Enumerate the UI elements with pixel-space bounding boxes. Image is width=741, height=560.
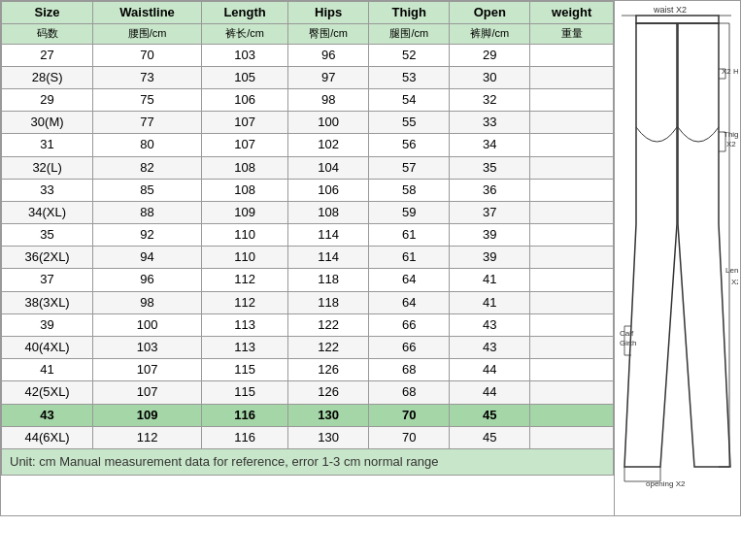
svg-text:X2: X2 [726,140,736,148]
table-cell: 70 [369,404,450,426]
table-cell: 98 [288,88,369,111]
svg-text:Length: Length [725,266,738,275]
table-cell [530,381,614,404]
table-cell: 27 [2,44,93,66]
table-cell: 64 [369,269,450,291]
table-cell: 36 [450,179,530,201]
table-cell: 68 [369,359,450,381]
table-cell [530,247,614,269]
svg-text:X2: X2 [731,278,738,286]
table-cell: 80 [93,134,202,156]
table-cell: 107 [201,112,287,134]
table-cell: 30(M) [2,112,93,134]
col-header-waist: Waistline [93,2,202,24]
table-cell: 77 [93,112,202,134]
table-cell: 61 [369,247,450,269]
col-subheader-size: 码数 [2,24,93,44]
table-cell: 45 [450,404,530,426]
diagram-section: waist X2 X2 Hip Thigh X2 Length [615,0,741,516]
table-cell: 75 [93,88,202,111]
table-cell: 33 [450,112,530,134]
pants-diagram: waist X2 X2 Hip Thigh X2 Length [617,1,738,515]
table-cell: 35 [2,224,93,247]
table-cell: 33 [2,179,93,201]
col-subheader-length: 裤长/cm [201,24,287,44]
table-cell [530,313,614,336]
table-cell: 68 [369,381,450,404]
table-cell: 108 [288,201,369,223]
table-cell: 103 [201,44,287,66]
table-cell: 66 [369,313,450,336]
col-subheader-thigh: 腿围/cm [369,24,450,44]
table-cell: 108 [201,179,287,201]
table-cell: 114 [288,247,369,269]
col-header-size: Size [2,2,93,24]
table-cell: 100 [288,112,369,134]
table-cell: 36(2XL) [2,247,93,269]
table-cell: 39 [450,224,530,247]
table-cell [530,66,614,88]
table-cell: 61 [369,224,450,247]
table-cell [530,224,614,247]
table-cell: 106 [288,179,369,201]
svg-text:waist X2: waist X2 [653,5,687,15]
table-cell: 118 [288,291,369,313]
table-cell [530,337,614,359]
table-cell: 94 [93,247,202,269]
col-header-weight: weight [530,2,614,24]
table-cell: 73 [93,66,202,88]
table-cell: 112 [201,291,287,313]
table-cell: 96 [288,44,369,66]
table-cell: 92 [93,224,202,247]
table-cell [530,359,614,381]
table-cell [530,291,614,313]
table-cell: 44 [450,381,530,404]
table-cell: 52 [369,44,450,66]
table-cell: 116 [201,404,287,426]
table-cell: 102 [288,134,369,156]
table-cell: 41 [450,291,530,313]
table-cell: 107 [201,134,287,156]
table-cell: 110 [201,224,287,247]
table-cell: 113 [201,313,287,336]
table-cell [530,88,614,111]
table-cell: 44 [450,359,530,381]
table-cell: 118 [288,269,369,291]
table-cell: 82 [93,156,202,179]
table-cell: 29 [2,88,93,111]
table-cell [530,156,614,179]
table-cell: 88 [93,201,202,223]
table-cell: 114 [288,224,369,247]
table-cell: 122 [288,337,369,359]
table-cell: 103 [93,337,202,359]
table-cell: 32 [450,88,530,111]
col-header-open: Open [450,2,530,24]
table-cell: 58 [369,179,450,201]
table-cell [530,269,614,291]
table-cell: 85 [93,179,202,201]
table-cell: 115 [201,381,287,404]
col-header-thigh: Thigh [369,2,450,24]
table-cell [530,179,614,201]
col-header-length: Length [201,2,287,24]
table-cell: 34(XL) [2,201,93,223]
table-cell: 96 [93,269,202,291]
table-cell: 110 [201,247,287,269]
svg-text:opening X2: opening X2 [646,479,686,488]
table-cell [530,112,614,134]
table-cell: 43 [450,313,530,336]
table-cell: 37 [2,269,93,291]
table-cell: 56 [369,134,450,156]
table-cell: 30 [450,66,530,88]
table-cell: 130 [288,404,369,426]
table-cell: 39 [2,313,93,336]
table-cell: 57 [369,156,450,179]
svg-text:Calf: Calf [620,329,634,338]
table-cell: 41 [450,269,530,291]
table-cell [530,426,614,448]
table-cell: 112 [201,269,287,291]
table-cell: 55 [369,112,450,134]
table-cell: 112 [93,426,202,448]
table-cell: 97 [288,66,369,88]
table-cell: 105 [201,66,287,88]
